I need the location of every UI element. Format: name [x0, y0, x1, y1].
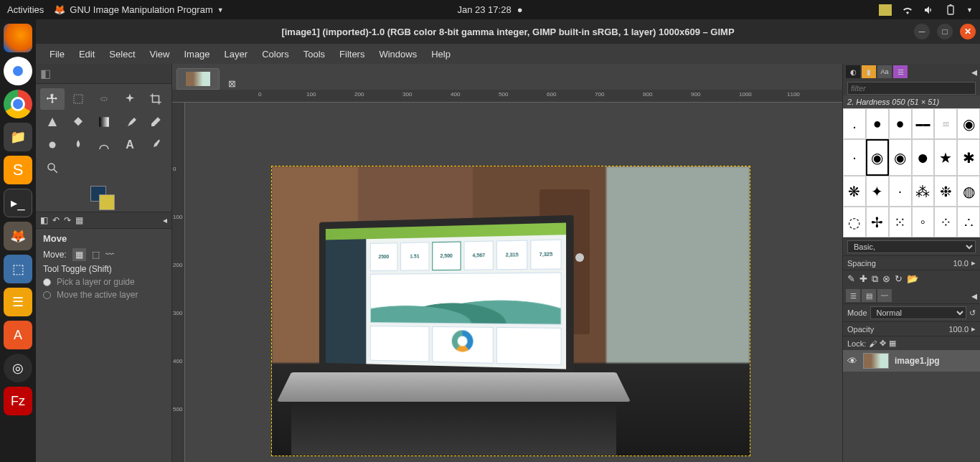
menu-layer[interactable]: Layer — [218, 46, 255, 62]
brush-item[interactable]: ⁙ — [889, 207, 912, 237]
layers-dock-menu-icon[interactable]: ◂ — [971, 289, 977, 303]
free-select-tool[interactable] — [92, 88, 116, 110]
brush-item[interactable]: ⁘ — [934, 207, 957, 237]
color-picker-tool[interactable] — [143, 134, 168, 156]
lock-alpha-icon[interactable]: ▦ — [889, 339, 896, 348]
layer-row[interactable]: 👁 image1.jpg — [843, 350, 980, 372]
app-menu[interactable]: 🦊 GNU Image Manipulation Program ▼ — [54, 4, 223, 15]
opacity-stepper-icon[interactable]: ▸ — [971, 324, 976, 334]
delete-brush-icon[interactable]: ⊗ — [882, 273, 890, 285]
brush-item[interactable]: ❉ — [934, 176, 957, 207]
dock-assist[interactable]: ◎ — [4, 354, 32, 382]
close-button[interactable]: ✕ — [960, 24, 976, 39]
window-titlebar[interactable]: [image1] (imported)-1.0 (RGB color 8-bit… — [36, 19, 980, 44]
clock[interactable]: Jan 23 17:28 — [457, 4, 511, 15]
volume-icon[interactable] — [923, 4, 935, 16]
color-swatches[interactable] — [36, 183, 171, 212]
menu-tools[interactable]: Tools — [297, 46, 331, 62]
menu-edit[interactable]: Edit — [72, 46, 101, 62]
pick-layer-radio[interactable] — [43, 278, 51, 286]
dock-chrome[interactable] — [4, 90, 32, 118]
brush-item[interactable]: ▬▬ — [912, 108, 935, 139]
mode-reset-icon[interactable]: ↺ — [969, 308, 976, 318]
menu-file[interactable]: File — [43, 46, 71, 62]
brush-item[interactable]: . — [843, 108, 866, 139]
menu-filters[interactable]: Filters — [333, 46, 371, 62]
brush-item[interactable]: ✱ — [957, 139, 980, 176]
patterns-tab[interactable]: ▮ — [862, 65, 876, 78]
menu-windows[interactable]: Windows — [372, 46, 423, 62]
maximize-button[interactable]: □ — [937, 24, 953, 39]
activities-button[interactable]: Activities — [7, 4, 44, 15]
smudge-tool[interactable] — [66, 134, 90, 156]
opacity-value[interactable]: 100.0 — [948, 325, 969, 334]
dock-files[interactable]: 📁 — [4, 123, 32, 151]
brush-item[interactable]: ◉ — [889, 139, 912, 176]
crop-tool[interactable] — [143, 88, 168, 110]
menu-image[interactable]: Image — [177, 46, 216, 62]
paths-tab[interactable]: 〰 — [877, 289, 892, 302]
horizontal-ruler[interactable]: 0 100 200 300 400 500 600 700 800 900 10… — [172, 90, 842, 103]
brush-filter-input[interactable] — [847, 82, 976, 95]
dock-screenshot[interactable]: ⬚ — [4, 255, 32, 283]
brushes-tab[interactable]: ◐ — [846, 65, 860, 78]
brush-item[interactable]: · — [843, 139, 866, 176]
blend-mode-select[interactable]: Normal — [870, 306, 966, 319]
zoom-tool[interactable] — [40, 157, 65, 179]
clone-tool[interactable] — [40, 134, 65, 156]
layer-name[interactable]: image1.jpg — [895, 356, 940, 366]
bucket-fill-tool[interactable] — [66, 111, 90, 133]
undo-history-icon[interactable]: ↶ — [52, 215, 60, 225]
menu-select[interactable]: Select — [103, 46, 141, 62]
transform-tool[interactable] — [40, 111, 65, 133]
dock-filezilla[interactable]: Fz — [4, 387, 32, 415]
dock-sublime[interactable]: S — [4, 156, 32, 184]
move-mode-path-icon[interactable]: 〰 — [105, 250, 114, 260]
brush-preset-select[interactable]: Basic, — [847, 240, 976, 253]
brush-item[interactable]: ● — [912, 139, 935, 176]
brush-item[interactable]: ◍ — [957, 176, 980, 207]
battery-icon[interactable] — [945, 4, 956, 16]
dock-terminal[interactable]: ▸_ — [4, 189, 32, 217]
dock-gimp[interactable]: 🦊 — [4, 222, 32, 250]
paintbrush-tool[interactable] — [118, 111, 142, 133]
move-active-radio[interactable] — [43, 291, 51, 299]
fonts-tab[interactable]: Aa — [877, 65, 892, 78]
tab-close-button[interactable]: ⊠ — [225, 77, 238, 90]
gradient-tool[interactable] — [92, 111, 116, 133]
spacing-stepper-icon[interactable]: ▸ — [971, 258, 976, 268]
notes-indicator-icon[interactable] — [879, 4, 892, 16]
wifi-icon[interactable] — [902, 4, 913, 16]
eraser-tool[interactable] — [143, 111, 168, 133]
brush-item[interactable]: ◦ — [912, 207, 935, 237]
dock-settings[interactable]: A — [4, 321, 32, 349]
brush-item[interactable]: · — [889, 176, 912, 207]
brush-item[interactable]: ⁂ — [912, 176, 935, 207]
brush-item[interactable]: ❋ — [843, 176, 866, 207]
duplicate-brush-icon[interactable]: ⧉ — [872, 273, 878, 285]
vertical-ruler[interactable]: 0 100 200 300 400 500 — [172, 103, 185, 462]
menu-colors[interactable]: Colors — [255, 46, 296, 62]
brush-item[interactable]: ∴ — [957, 207, 980, 237]
minimize-button[interactable]: ─ — [914, 24, 930, 39]
lock-pixels-icon[interactable]: 🖌 — [869, 339, 877, 348]
dock-chromium[interactable] — [4, 57, 32, 85]
edit-brush-icon[interactable]: ✎ — [847, 273, 855, 285]
brush-item[interactable]: ░░ — [934, 108, 957, 139]
refresh-brush-icon[interactable]: ↻ — [895, 273, 903, 285]
redo-icon[interactable]: ↷ — [64, 215, 71, 225]
canvas[interactable]: 2500 1.51 2,500 4,567 2,315 7,325 — [185, 103, 842, 462]
dock-notes[interactable]: ☰ — [4, 288, 32, 316]
brush-item[interactable]: ◌ — [843, 207, 866, 237]
history-tab[interactable]: ☰ — [893, 65, 908, 78]
brush-item-selected[interactable]: ◉ — [866, 139, 889, 176]
dock-firefox[interactable] — [4, 24, 32, 52]
brush-item[interactable]: ✦ — [866, 176, 889, 207]
images-tab-icon[interactable]: ▦ — [75, 215, 83, 225]
channels-tab[interactable]: ▤ — [862, 289, 876, 302]
system-menu-chevron-icon[interactable]: ▼ — [966, 6, 973, 14]
move-mode-layer-icon[interactable]: ▦ — [72, 248, 86, 261]
layers-tab[interactable]: ☰ — [846, 289, 860, 302]
spacing-value[interactable]: 10.0 — [953, 259, 969, 268]
dock-menu-icon[interactable]: ◂ — [971, 65, 977, 79]
